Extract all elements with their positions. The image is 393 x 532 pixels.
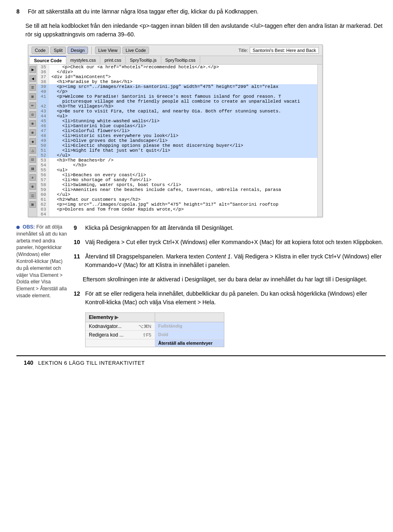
step-11b-text: Eftersom skrollningen inte är aktiverad … — [83, 275, 367, 284]
code-line-42: 42 <h3>The Villages</h3> — [37, 104, 317, 109]
code-line-54: 54 </h3> — [37, 163, 317, 168]
tool-4[interactable]: ⊞ — [29, 93, 36, 100]
step-9-num: 9 — [74, 224, 83, 232]
tab-print-css[interactable]: print.css — [100, 56, 126, 64]
dw-tabs-bar: Source Code mystyles.css print.css SpryT… — [28, 56, 322, 65]
tab-mystyles-css[interactable]: mystyles.css — [66, 56, 100, 64]
design-button[interactable]: Design — [68, 47, 88, 54]
dw-screenshot: Code Split Design Live View Live Code Ti… — [28, 45, 323, 217]
code-line-51: 51 <li>Night life that just won't quit</… — [37, 148, 317, 153]
dw-scrollbar[interactable] — [317, 65, 322, 217]
obs-bullet-icon — [16, 226, 20, 229]
code-line-44: 44 <ul> — [37, 114, 317, 119]
step-9-block: 9 Klicka på Designknappen för att återvä… — [74, 224, 386, 232]
page-number: 140 — [24, 359, 33, 366]
tool-10[interactable]: △ — [29, 147, 36, 154]
tab-source-code[interactable]: Source Code — [30, 56, 66, 64]
tool-7[interactable]: ⊕ — [29, 120, 36, 127]
menu-item-redigera-kod[interactable]: Redigera kod ... ⇧F5 — [86, 331, 155, 339]
tool-14[interactable]: ⊕ — [29, 183, 36, 190]
code-line-36: 36 </div> — [37, 70, 317, 74]
step-12-block: 12 För att se eller redigera hela innehå… — [74, 290, 386, 307]
code-line-40: 40 </p> — [37, 89, 317, 94]
code-line-45: 45 <li>Stunning white-washed walls</li> — [37, 119, 317, 123]
code-line-49: 49 <li>Olive groves dot the landscape</l… — [37, 138, 317, 143]
code-line-59: 59 <li>Amenities near the beaches includ… — [37, 187, 317, 192]
title-value: Santorini's Best: Here and Back — [250, 47, 319, 54]
dw-code-area[interactable]: 35 <p>Check our <a href="#hotels">recomm… — [37, 65, 317, 217]
page-footer: 140 LEKTION 6 LÄGG TILL INTERAKTIVITET — [16, 355, 386, 369]
code-line-57: 57 <li>No shortage of sandy fun</li> — [37, 177, 317, 182]
code-line-43: 43 <p>Be sure to visit Fira, the capital… — [37, 109, 317, 114]
menu-header-left: Elementvy ▶ — [86, 313, 155, 322]
left-sidebar — [0, 0, 12, 532]
menu-row-1: Kodnavigator... ⌥⌘N Fullständig — [86, 322, 224, 331]
menu-screenshot: Elementvy ▶ Kodnavigator... ⌥⌘N Fullstän… — [85, 312, 224, 347]
step-8-text: För att säkerställa att du inte lämnar n… — [28, 7, 258, 16]
obs-text: För att dölja innehållet så att du kan a… — [16, 224, 67, 299]
tool-11[interactable]: ⊡ — [29, 156, 36, 163]
live-view-button[interactable]: Live View — [95, 47, 121, 54]
tool-13[interactable]: # — [29, 174, 36, 181]
code-line-58: 58 <li>Swimming, water sports, boat tour… — [37, 182, 317, 187]
code-line-62: 62 <p><img src="../images/cupola.jpg" wi… — [37, 202, 317, 207]
dw-body: ▶ ◀ ☰ ⊞ ✏ ⊙ ⊕ ⊗ ◈ △ ⊡ ▤ # ⊕ ◫ ⊠ — [28, 65, 322, 217]
dw-left-tools: ▶ ◀ ☰ ⊞ ✏ ⊙ ⊕ ⊗ ◈ △ ⊡ ▤ # ⊕ ◫ ⊠ — [28, 65, 37, 217]
step-12-text: För att se eller redigera hela innehålle… — [85, 290, 386, 307]
toolbar-divider-1 — [91, 47, 92, 54]
step-8b-block: Se till att hela kodblocket från den inl… — [25, 22, 386, 39]
footer-text: LEKTION 6 LÄGG TILL INTERAKTIVITET — [38, 360, 145, 366]
tool-16[interactable]: ⊠ — [29, 201, 36, 208]
title-label: Title: — [239, 48, 248, 53]
step-10-block: 10 Välj Redigera > Cut eller tryck Ctrl+… — [74, 238, 386, 247]
code-line-41: 41 <p>Welcome to Paradise! Santorini is … — [37, 94, 317, 99]
main-content: 8 För att säkerställa att du inte lämnar… — [12, 0, 393, 532]
code-line-47: 47 <li>Colorful flowers</li> — [37, 128, 317, 133]
menu-item-aterstall[interactable]: Återställ alla elementvyer — [155, 339, 224, 347]
menu-header: Elementvy ▶ — [86, 313, 224, 322]
tool-15[interactable]: ◫ — [29, 192, 36, 199]
obs-note: OBS: För att dölja innehållet så att du … — [16, 224, 74, 347]
tool-6[interactable]: ⊙ — [29, 111, 36, 118]
tool-9[interactable]: ◈ — [29, 138, 36, 145]
code-table: 35 <p>Check our <a href="#hotels">recomm… — [37, 65, 317, 217]
code-line-61: 61 <h2>What our customers say</h2> — [37, 197, 317, 202]
steps-9-12: 9 Klicka på Designknappen för att återvä… — [74, 224, 386, 347]
menu-arrow-icon: ▶ — [115, 314, 118, 320]
code-line-53: 53 <h3>The Beaches<br /> — [37, 158, 317, 163]
step-11-text: Återvänd till Dragspelspanelen. Markera … — [85, 252, 386, 269]
menu-row-2: Redigera kod ... ⇧F5 Dold — [86, 331, 224, 339]
tool-2[interactable]: ◀ — [29, 75, 36, 82]
dw-toolbar: Code Split Design Live View Live Code Ti… — [28, 45, 322, 56]
tool-1[interactable]: ▶ — [29, 66, 36, 73]
split-button[interactable]: Split — [50, 47, 66, 54]
code-button[interactable]: Code — [32, 47, 49, 54]
step-10-num: 10 — [74, 238, 83, 247]
step-10-text: Välj Redigera > Cut eller tryck Ctrl+X (… — [85, 238, 383, 247]
menu-item-empty — [86, 339, 155, 347]
code-line-46: 46 <li>Santorini blue cupolas</li> — [37, 123, 317, 128]
step-11b-block: Eftersom skrollningen inte är aktiverad … — [83, 275, 386, 284]
code-line-48: 48 <li>Historic sites everywhere you loo… — [37, 133, 317, 138]
code-line-60: 60 </ul> — [37, 192, 317, 197]
tool-3[interactable]: ☰ — [29, 84, 36, 91]
lower-content: OBS: För att dölja innehållet så att du … — [16, 224, 386, 347]
tab-sprytooltip-js[interactable]: SpryTooltip.js — [126, 56, 161, 64]
live-code-button[interactable]: Live Code — [122, 47, 149, 54]
menu-item-fullstandig[interactable]: Fullständig — [155, 322, 224, 330]
step-9-text: Klicka på Designknappen för att återvänd… — [85, 224, 234, 232]
step-8-num: 8 — [16, 7, 25, 16]
menu-header-right — [155, 313, 224, 322]
menu-item-kodnavigator[interactable]: Kodnavigator... ⌥⌘N — [86, 322, 155, 330]
menu-item-dold[interactable]: Dold — [155, 331, 224, 339]
tool-8[interactable]: ⊗ — [29, 129, 36, 136]
step-8b-text: Se till att hela kodblocket från den inl… — [25, 22, 386, 39]
tool-5[interactable]: ✏ — [29, 102, 36, 109]
code-line-38: 38 <h1>Paradise by the Sea</h1> — [37, 79, 317, 84]
code-line-37: 37 <div id="mainContent"> — [37, 74, 317, 79]
tab-sprytooltip-css[interactable]: SpryTooltip.css — [161, 56, 200, 64]
code-line-50: 50 <li>Eclectic shopping options please … — [37, 143, 317, 148]
code-line-55: 55 <ul> — [37, 168, 317, 173]
page-container: 8 För att säkerställa att du inte lämnar… — [0, 0, 393, 532]
tool-12[interactable]: ▤ — [29, 165, 36, 172]
